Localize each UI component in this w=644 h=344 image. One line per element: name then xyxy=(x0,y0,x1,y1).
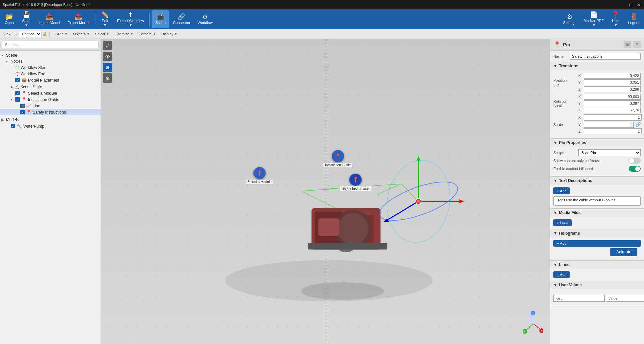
transform-section-header[interactable]: ▼ Transform xyxy=(550,62,644,70)
user-values-header[interactable]: ▼ User Values xyxy=(550,281,644,289)
position-x-input[interactable] xyxy=(584,73,641,79)
user-values-value-input[interactable] xyxy=(606,295,644,302)
scale-y-input[interactable] xyxy=(584,122,634,128)
open-button[interactable]: 📂 Open xyxy=(1,10,18,28)
rotation-z-input[interactable] xyxy=(584,107,641,113)
scale-z-input[interactable] xyxy=(584,128,642,134)
untitled-select[interactable]: Untitled xyxy=(19,31,42,37)
objects-btn[interactable]: Objects ▼ xyxy=(71,31,92,37)
scale-x-input[interactable] xyxy=(584,114,642,121)
camera-btn[interactable]: Camera ▼ xyxy=(137,31,158,37)
export-model-button[interactable]: 📤 Export Model xyxy=(64,10,93,28)
tree-item-model-placement[interactable]: ✓ 📦 Model Placement xyxy=(0,77,101,83)
tree-item-safety-instructions[interactable]: ✓ 📍 Safety Instructions xyxy=(0,109,101,115)
connector-tab[interactable]: 🔗 Connector xyxy=(170,10,194,28)
pin-properties-header[interactable]: ▼ Pin Properties xyxy=(550,139,644,147)
lines-add-button[interactable]: + Add xyxy=(553,271,570,278)
maximize-btn[interactable]: □ xyxy=(628,2,633,7)
scene-tree: ▾ Scene ▾ Nodes ⬡ Workflow Start ⬡ xyxy=(0,51,101,344)
select-module-checkbox[interactable]: ✓ xyxy=(15,91,20,95)
holograms-header[interactable]: ▼ Holograms xyxy=(550,229,644,237)
export-workflow-button[interactable]: ⬆ Export Workflow ▼ xyxy=(114,10,147,28)
model-placement-checkbox[interactable]: ✓ xyxy=(15,78,20,82)
rp-help-btn[interactable]: ? xyxy=(633,41,641,48)
lock-icon: 🔒 xyxy=(42,32,47,36)
models-expand-arrow[interactable]: ▶ xyxy=(1,118,6,122)
help-button[interactable]: ❓ Help ▼ xyxy=(608,10,624,28)
display-btn[interactable]: Display ▼ xyxy=(159,31,179,37)
installation-guide-pin[interactable]: 📍 Installation Guide xyxy=(323,150,352,167)
tb2-sep-1 xyxy=(49,31,50,37)
edit-icon: ✏️ xyxy=(101,12,109,18)
rotation-y-input[interactable] xyxy=(584,100,641,106)
position-z-input[interactable] xyxy=(584,86,641,92)
select-btn[interactable]: Select ▼ xyxy=(93,31,111,37)
tree-item-nodes[interactable]: ▾ Nodes xyxy=(0,58,101,64)
text-descriptions-header[interactable]: ▼ Text Descriptions xyxy=(550,177,644,185)
search-input[interactable] xyxy=(2,41,99,48)
marker-pdf-button[interactable]: 📄 Marker PDF ▼ xyxy=(580,10,607,28)
position-y-input[interactable] xyxy=(584,79,641,85)
scene-expand-arrow[interactable]: ▾ xyxy=(1,54,6,57)
workflow-tab[interactable]: ⚙ Workflow xyxy=(194,10,216,28)
add-btn[interactable]: + Add ▼ xyxy=(52,31,70,37)
scene-state-expand-arrow[interactable]: ▶ xyxy=(11,85,15,89)
show-content-toggle[interactable] xyxy=(629,158,641,164)
plus-icon: + xyxy=(15,31,18,37)
rp-name-input[interactable] xyxy=(570,53,641,60)
logout-icon: 🚪 xyxy=(630,14,637,20)
tree-item-water-pump[interactable]: ✓ 🔧 WaterPump xyxy=(0,123,101,129)
edit-button[interactable]: ✏️ Edit ▼ xyxy=(97,10,113,28)
save-dropdown-arrow: ▼ xyxy=(25,23,28,27)
tree-item-scene[interactable]: ▾ Scene xyxy=(0,52,101,58)
minimize-btn[interactable]: ─ xyxy=(620,2,625,7)
viewport[interactable]: ⤢ 👁 ⊕ ⊕ xyxy=(101,39,550,344)
holograms-add-button[interactable]: + Add xyxy=(553,240,641,247)
close-btn[interactable]: ✕ xyxy=(636,2,641,7)
save-button[interactable]: 💾 Save ▼ xyxy=(18,10,34,28)
nodes-expand-arrow[interactable]: ▾ xyxy=(6,60,11,63)
holograms-animate-button[interactable]: Animate xyxy=(610,248,637,256)
safety-instructions-pin[interactable]: 📍 Safety Instructions xyxy=(340,174,371,191)
lines-header[interactable]: ▼ Lines xyxy=(550,261,644,269)
tree-item-select-module[interactable]: ✓ 📍 Select a Module xyxy=(0,90,101,96)
user-values-collapse-icon: ▼ xyxy=(553,283,557,287)
scale-xyz: X Y 🔗 Z xyxy=(578,114,642,134)
scale-lock-icon[interactable]: 🔗 xyxy=(635,121,642,128)
line-checkbox[interactable]: ✓ xyxy=(20,104,25,108)
tree-item-models[interactable]: ▶ Models xyxy=(0,117,101,123)
enable-billboard-toggle[interactable] xyxy=(629,166,641,172)
position-row: Position(m) X Y Z xyxy=(553,73,641,92)
media-files-header[interactable]: ▼ Media Files xyxy=(550,209,644,217)
tree-item-scene-state[interactable]: ▶ △ Scene State xyxy=(0,83,101,90)
select-module-pin[interactable]: 📍 Select a Module xyxy=(246,167,273,184)
line-icon: 📈 xyxy=(26,103,31,108)
pos-y-label: Y xyxy=(578,80,582,84)
lines-collapse-icon: ▼ xyxy=(553,262,557,267)
scene-tab[interactable]: 🎬 Scene xyxy=(152,10,169,28)
installation-guide-checkbox[interactable]: ✓ xyxy=(15,97,20,102)
optimize-btn[interactable]: Optimize ▼ xyxy=(113,31,135,37)
logout-button[interactable]: 🚪 Logout xyxy=(624,10,643,28)
rotation-x-input[interactable] xyxy=(584,94,641,100)
help-icon: ❓ xyxy=(612,12,619,18)
text-description-box[interactable]: Don't use the cable without Glooves xyxy=(553,196,641,206)
settings-button[interactable]: ⚙ Settings xyxy=(560,10,580,28)
tree-item-installation-guide[interactable]: ▾ ✓ 📍 Installation Guide xyxy=(0,96,101,103)
shape-select[interactable]: BasicPin xyxy=(578,149,641,156)
media-load-button[interactable]: + Load xyxy=(553,219,572,226)
water-pump-checkbox[interactable]: ✓ xyxy=(11,124,15,128)
main-toolbar: 📂 Open 💾 Save ▼ 📥 Import Model 📤 Export … xyxy=(0,9,644,29)
safety-instructions-checkbox[interactable]: ✓ xyxy=(20,110,25,114)
tree-item-workflow-end[interactable]: ⬡ Workflow End xyxy=(0,71,101,77)
tree-item-line[interactable]: ✓ 📈 Line xyxy=(0,103,101,109)
media-files-content: + Load xyxy=(550,217,644,229)
enable-billboard-label: Enable content billboard xyxy=(553,167,626,171)
user-values-key-input[interactable] xyxy=(553,295,605,302)
rp-settings-btn[interactable]: ⚙ xyxy=(624,41,631,48)
text-add-button[interactable]: + Add xyxy=(553,187,570,194)
installation-guide-expand-arrow[interactable]: ▾ xyxy=(11,98,15,101)
tree-item-workflow-start[interactable]: ⬡ Workflow Start xyxy=(0,64,101,71)
position-label: Position(m) xyxy=(553,78,577,87)
import-model-button[interactable]: 📥 Import Model xyxy=(35,10,63,28)
